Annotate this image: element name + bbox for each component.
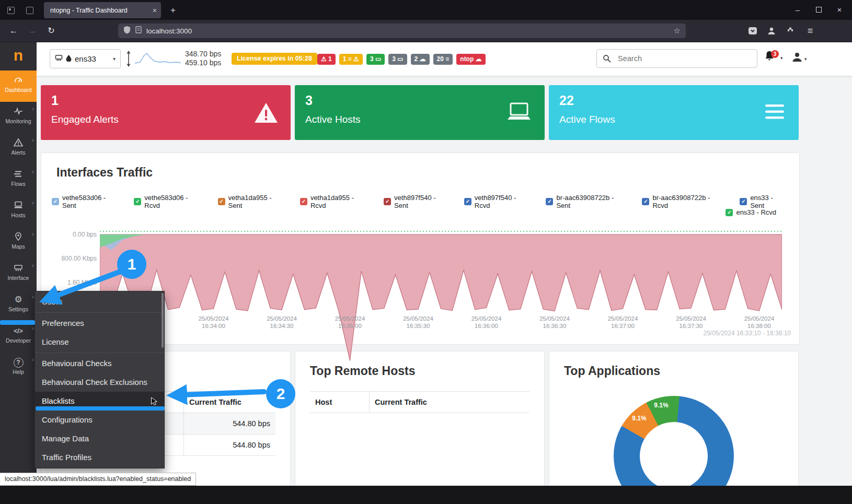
legend-label: br-aac63908722b - Rcvd — [652, 194, 727, 209]
hamburger-menu-icon[interactable]: ≡ — [804, 25, 816, 37]
tab-title: ntopng - Traffic Dashboard — [50, 7, 149, 14]
throughput-up: 348.70 bps — [185, 50, 221, 58]
sidebar: n › Dashboard › Monitoring › Alerts › Fl… — [0, 42, 37, 504]
forward-button[interactable]: → — [26, 25, 39, 37]
tab-close-icon[interactable]: × — [153, 6, 157, 15]
sidebar-item-help[interactable]: › ? Help — [0, 353, 37, 384]
x-axis-label: 25/05/202416:36:30 — [531, 315, 578, 330]
devices-badge[interactable]: 2 ☁ — [411, 54, 430, 65]
legend-item[interactable]: ✓ens33 - Sent — [740, 194, 789, 209]
legend-label: veth897f540 - Rcvd — [475, 194, 534, 209]
flow-alerts-badge[interactable]: 1 ≡ ⚠ — [339, 54, 363, 65]
sidebar-item-maps[interactable]: › Maps — [0, 227, 37, 259]
url-bar[interactable]: localhost:3000 ☆ — [118, 24, 686, 38]
chevron-right-icon: › — [32, 106, 34, 112]
legend-item[interactable]: ✓br-aac63908722b - Sent — [546, 194, 629, 209]
legend-item[interactable]: ✓ens33 - Rcvd — [726, 208, 776, 216]
legend-item[interactable]: ✓veth897f540 - Rcvd — [464, 194, 534, 209]
interface-selector[interactable]: ens33 ▾ — [50, 49, 121, 68]
flows-count-badge[interactable]: 20 ≡ — [433, 54, 453, 65]
menu-scrollbar[interactable] — [162, 293, 164, 348]
engaged-alerts-badge[interactable]: ⚠ 1 — [317, 54, 336, 65]
window-minimize-button[interactable]: – — [789, 2, 806, 18]
menu-item-behavioural-check-exclusions[interactable]: Behavioural Check Exclusions — [35, 373, 164, 392]
back-button[interactable]: ← — [7, 25, 20, 37]
monitoring-pulse-icon — [0, 107, 37, 118]
extensions-icon[interactable] — [784, 25, 797, 37]
browser-tab[interactable]: ntopng - Traffic Dashboard × — [44, 2, 161, 18]
tab-list-icon[interactable] — [23, 4, 37, 17]
user-menu-button[interactable]: ▾ — [791, 51, 807, 65]
reload-button[interactable]: ↻ — [45, 25, 57, 37]
legend-checkbox: ✓ — [300, 198, 307, 205]
sidebar-item-label: Interface — [0, 275, 37, 281]
license-expiry-badge[interactable]: License expires in 05:28 — [232, 53, 317, 65]
x-axis-label: 25/05/202416:34:00 — [190, 315, 237, 330]
active-hosts-badge[interactable]: 3 ▭ — [366, 54, 385, 65]
chevron-right-icon: › — [32, 356, 34, 362]
menu-item-behavioural-checks[interactable]: Behavioural Checks — [35, 354, 164, 373]
menu-item-users[interactable]: Users — [35, 292, 164, 311]
pocket-icon[interactable] — [746, 25, 759, 37]
menu-item-configurations[interactable]: Configurations — [35, 411, 164, 429]
menu-item-manage-data[interactable]: Manage Data — [35, 429, 164, 448]
bookmark-star-icon[interactable]: ☆ — [674, 26, 681, 36]
sidebar-item-flows[interactable]: › Flows — [0, 165, 37, 196]
ntop-logo[interactable]: n — [0, 42, 37, 71]
legend-checkbox: ✓ — [546, 198, 553, 205]
account-icon[interactable] — [765, 25, 778, 37]
x-axis-labels: 25/05/202416:34:0025/05/202416:34:3025/0… — [100, 315, 782, 332]
taskbar — [0, 486, 852, 504]
donut-hole — [640, 422, 708, 490]
ntop-cloud-badge[interactable]: ntop ☁ — [456, 54, 485, 65]
legend-item[interactable]: ✓veth897f540 - Sent — [384, 194, 452, 209]
sidebar-item-label: Settings — [0, 306, 37, 312]
table-header-row: Host Current Traffic — [310, 391, 529, 413]
sidebar-item-monitoring[interactable]: › Monitoring — [0, 102, 37, 133]
window-close-button[interactable]: × — [831, 2, 848, 18]
app-header: ens33 ▾ 348.70 bps 459.10 bps License ex… — [37, 42, 852, 76]
sidebar-item-interface[interactable]: › Interface — [0, 259, 37, 290]
window-maximize-button[interactable] — [810, 2, 827, 18]
legend-item[interactable]: ✓vethe583d06 - Sent — [52, 194, 121, 209]
sidebar-item-alerts[interactable]: › Alerts — [0, 133, 37, 165]
traffic-cell: 544.80 bps — [183, 435, 275, 455]
y-axis-label: 800.00 Kbps — [47, 255, 97, 262]
sidebar-item-developer[interactable]: › </> Developer — [0, 321, 37, 353]
active-hosts-card[interactable]: 3 Active Hosts — [295, 85, 545, 140]
local-hosts-badge[interactable]: 3 ▭ — [388, 54, 407, 65]
notifications-button[interactable]: 3 ▾ — [764, 50, 783, 64]
link-preview-statusbar: localhost:3000/lua/admin/blacklists.lua?… — [0, 473, 196, 486]
chevron-right-icon: › — [32, 137, 34, 143]
legend-item[interactable]: ✓br-aac63908722b - Rcvd — [642, 194, 727, 209]
sidebar-item-dashboard[interactable]: › Dashboard — [0, 71, 37, 102]
legend-checkbox: ✓ — [218, 198, 225, 205]
chevron-right-icon: › — [32, 231, 34, 237]
menu-item-license[interactable]: License — [35, 333, 164, 351]
legend-item[interactable]: ✓vetha1da955 - Rcvd — [300, 194, 371, 209]
chevron-down-icon: ▾ — [804, 56, 807, 62]
annotation-step-2: 2 — [266, 379, 295, 408]
chevron-right-icon: › — [32, 74, 34, 80]
firefox-view-icon[interactable] — [4, 4, 18, 17]
search-icon[interactable] — [597, 54, 617, 63]
throughput-down: 459.10 bps — [185, 58, 221, 67]
new-tab-button[interactable]: + — [166, 4, 180, 17]
shield-icon[interactable] — [123, 26, 131, 36]
active-flows-card[interactable]: 22 Active Flows — [549, 85, 799, 140]
engaged-alerts-card[interactable]: 1 Engaged Alerts — [41, 85, 291, 140]
search-input[interactable] — [617, 54, 757, 63]
menu-item-preferences[interactable]: Preferences — [35, 314, 164, 333]
url-text[interactable]: localhost:3000 — [146, 27, 192, 35]
traffic-column-header: Current Traffic — [369, 392, 529, 413]
sidebar-item-settings[interactable]: › ⚙ Settings — [0, 290, 37, 321]
legend-item[interactable]: ✓vethe583d06 - Rcvd — [134, 194, 205, 209]
menu-item-traffic-profiles[interactable]: Traffic Profiles — [35, 448, 164, 467]
x-axis-label: 25/05/202416:38:00 — [736, 315, 783, 330]
menu-divider — [35, 353, 164, 353]
sidebar-item-hosts[interactable]: › Hosts — [0, 196, 37, 227]
sidebar-item-label: Help — [0, 369, 37, 375]
legend-item[interactable]: ✓vetha1da955 - Sent — [218, 194, 287, 209]
legend-checkbox: ✓ — [726, 209, 733, 216]
page-info-icon[interactable] — [135, 26, 142, 36]
